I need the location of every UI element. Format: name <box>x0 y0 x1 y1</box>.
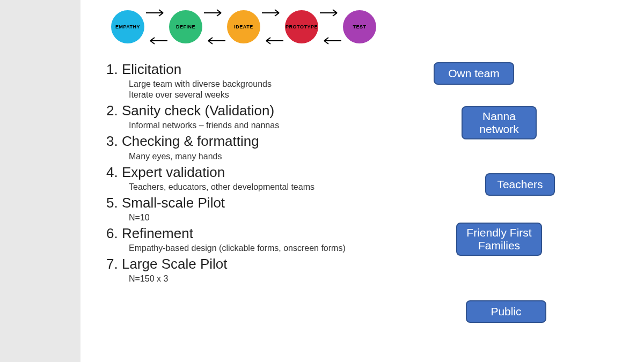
stage-label: TEST <box>353 24 366 29</box>
step-5: 5. Small-scale Pilot N=10 <box>106 195 407 223</box>
box-teachers: Teachers <box>485 173 555 196</box>
arrow-pair <box>265 5 280 48</box>
stage-circle: TEST <box>343 10 376 43</box>
step-3: 3. Checking & formatting Many eyes, many… <box>106 133 407 161</box>
step-num: 6. <box>106 225 118 241</box>
step-num: 2. <box>106 102 118 119</box>
stage-empathy: EMPATHY <box>106 5 149 48</box>
step-title: Refinement <box>122 225 193 241</box>
step-7: 7. Large Scale Pilot N=150 x 3 <box>106 256 407 284</box>
step-sub: Empathy-based design (clickable forms, o… <box>129 243 407 254</box>
stage-ideate: IDEATE <box>222 5 265 48</box>
steps-list: 1. Elicitation Large team with diverse b… <box>106 59 407 285</box>
box-public: Public <box>466 300 546 323</box>
step-title: Expert validation <box>122 164 225 180</box>
stage-circle: IDEATE <box>227 10 260 43</box>
step-1: 1. Elicitation Large team with diverse b… <box>106 61 407 100</box>
box-label: Own team <box>448 67 500 80</box>
step-sub: Large team with diverse backgrounds <box>129 79 407 90</box>
stage-circle: DEFINE <box>169 10 202 43</box>
step-title: Small-scale Pilot <box>122 195 225 211</box>
step-4: 4. Expert validation Teachers, educators… <box>106 164 407 193</box>
step-6: 6. Refinement Empathy-based design (clic… <box>106 225 407 254</box>
box-label: Teachers <box>497 178 543 191</box>
step-title: Checking & formatting <box>122 133 259 149</box>
step-num: 4. <box>106 164 118 180</box>
stage-circle: PROTOTYPE <box>285 10 318 43</box>
stage-circle: EMPATHY <box>111 10 144 43</box>
stage-label: EMPATHY <box>115 24 140 29</box>
step-sub: N=10 <box>129 212 407 223</box>
box-nanna-network: Nanna network <box>462 106 537 139</box>
step-num: 7. <box>106 256 118 272</box>
step-sub: N=150 x 3 <box>129 274 407 284</box>
step-num: 3. <box>106 133 118 149</box>
box-label: Public <box>491 305 521 318</box>
step-sub: Iterate over several weeks <box>129 90 407 100</box>
box-label: Nanna network <box>468 110 530 136</box>
step-title: Sanity check (Validation) <box>122 102 274 119</box>
box-label: Friendly First Families <box>463 226 536 252</box>
stage-prototype: PROTOTYPE <box>280 5 323 48</box>
box-own-team: Own team <box>434 62 514 85</box>
step-title: Elicitation <box>122 61 181 77</box>
step-num: 1. <box>106 61 118 77</box>
slide: EMPATHY DEFINE IDEATE PROTOTYPE <box>80 0 644 362</box>
arrow-pair <box>149 5 164 48</box>
stage-test: TEST <box>338 5 381 48</box>
process-row: EMPATHY DEFINE IDEATE PROTOTYPE <box>106 5 381 48</box>
step-2: 2. Sanity check (Validation) Informal ne… <box>106 102 407 131</box>
stage-define: DEFINE <box>164 5 207 48</box>
step-sub: Teachers, educators, other developmental… <box>129 182 407 193</box>
stage-label: IDEATE <box>234 24 253 29</box>
arrow-pair <box>323 5 338 48</box>
stage-label: DEFINE <box>176 24 195 29</box>
step-sub: Many eyes, many hands <box>129 151 407 162</box>
step-sub: Informal networks – friends and nannas <box>129 120 407 131</box>
step-num: 5. <box>106 195 118 211</box>
box-friendly-first-families: Friendly First Families <box>456 223 542 256</box>
stage-label: PROTOTYPE <box>286 24 318 29</box>
step-title: Large Scale Pilot <box>122 256 228 272</box>
arrow-pair <box>207 5 222 48</box>
